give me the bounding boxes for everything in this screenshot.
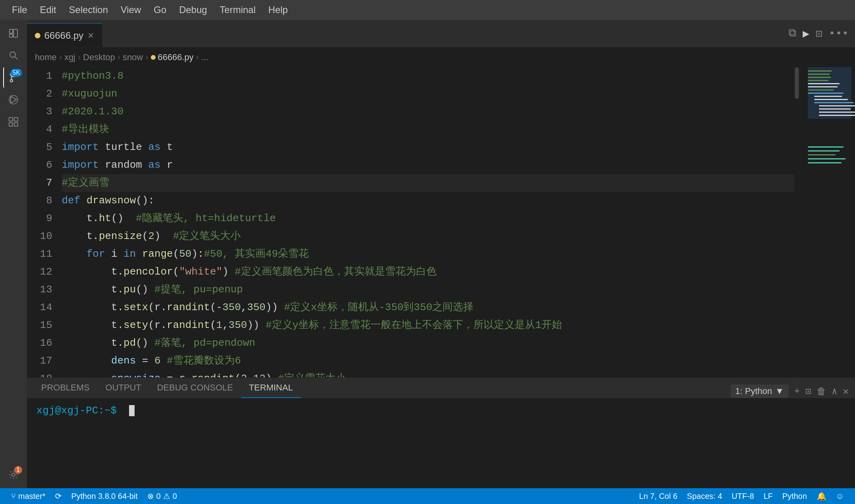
line-ending-label: LF xyxy=(764,492,773,501)
new-terminal-icon[interactable]: + xyxy=(794,386,800,397)
breadcrumb-xgj[interactable]: xgj xyxy=(64,52,75,63)
status-feedback[interactable]: ☺ xyxy=(831,488,849,504)
python-version: Python 3.8.0 64-bit xyxy=(71,492,138,501)
cursor-position: Ln 7, Col 6 xyxy=(639,492,678,501)
menu-view[interactable]: View xyxy=(115,2,147,18)
sidebar-item-explorer[interactable] xyxy=(3,23,24,44)
svg-rect-24 xyxy=(814,96,842,97)
status-position[interactable]: Ln 7, Col 6 xyxy=(635,488,682,504)
kill-terminal-icon[interactable]: 🗑 xyxy=(817,386,826,397)
warning-icon: ⚠ xyxy=(163,491,170,501)
feedback-icon: ☺ xyxy=(836,492,844,501)
breadcrumb-ellipsis[interactable]: ... xyxy=(201,52,208,63)
status-bell[interactable]: 🔔 xyxy=(812,488,831,504)
sidebar-item-settings[interactable]: 1 xyxy=(3,464,24,485)
scrollbar-thumb[interactable] xyxy=(795,67,799,99)
menu-file[interactable]: File xyxy=(6,2,33,18)
editor-area: 66666.py ✕ ⧉ ▶ ⊡ ••• home › xgj › Deskto… xyxy=(27,20,855,488)
editor-tab-active[interactable]: 66666.py ✕ xyxy=(27,23,103,47)
panel-tab-debug-console[interactable]: DEBUG CONSOLE xyxy=(149,378,241,398)
svg-rect-21 xyxy=(808,86,838,87)
code-line: t. pensize ( 2 ) #定义笔头大小 xyxy=(62,227,800,245)
maximize-panel-icon[interactable]: ∧ xyxy=(832,386,837,397)
menu-selection[interactable]: Selection xyxy=(63,2,114,18)
breadcrumb-desktop[interactable]: Desktop xyxy=(83,52,115,63)
terminal-select[interactable]: 1: Python ▼ xyxy=(731,385,789,398)
error-count: 0 xyxy=(156,492,161,501)
settings-badge: 1 xyxy=(14,466,22,474)
code-line: import random as r xyxy=(62,156,800,174)
menu-edit[interactable]: Edit xyxy=(34,2,62,18)
panel-tab-output[interactable]: OUTPUT xyxy=(97,378,149,398)
branch-icon: ⑂ xyxy=(11,492,16,501)
minimap xyxy=(800,67,855,377)
run-code-icon[interactable]: ▶ xyxy=(803,27,809,40)
breadcrumb-file[interactable]: 66666.py xyxy=(151,52,194,63)
sidebar-item-search[interactable] xyxy=(3,45,24,66)
status-sync[interactable]: ⟳ xyxy=(50,488,66,504)
code-line: t. sety (r. randint ( 1 , 350 )) #定义y坐标，… xyxy=(62,316,800,334)
breadcrumb-home[interactable]: home xyxy=(35,52,57,63)
svg-rect-10 xyxy=(9,117,13,121)
language-label: Python xyxy=(782,492,807,501)
status-line-ending[interactable]: LF xyxy=(759,488,777,504)
tab-toolbar: ⧉ ▶ ⊡ ••• xyxy=(788,27,849,40)
code-line: t. setx (r. randint (- 350 , 350 )) #定义x… xyxy=(62,299,800,316)
code-line: #导出模块 xyxy=(62,121,800,138)
status-python[interactable]: Python 3.8.0 64-bit xyxy=(66,488,142,504)
status-language[interactable]: Python xyxy=(777,488,811,504)
more-actions-icon[interactable]: ••• xyxy=(829,27,849,40)
split-terminal-icon[interactable]: ⊡ xyxy=(806,386,811,397)
editor-scrollbar[interactable] xyxy=(794,67,800,377)
svg-rect-27 xyxy=(819,105,855,106)
breadcrumb-snow[interactable]: snow xyxy=(123,52,143,63)
svg-rect-34 xyxy=(808,158,846,159)
toggle-panel-icon[interactable]: ⊡ xyxy=(816,27,823,40)
menu-go[interactable]: Go xyxy=(148,2,172,18)
spaces-label: Spaces: 4 xyxy=(687,492,722,501)
menu-debug[interactable]: Debug xyxy=(173,2,213,18)
status-branch[interactable]: ⑂ master* xyxy=(6,488,50,504)
status-spaces[interactable]: Spaces: 4 xyxy=(682,488,727,504)
svg-rect-30 xyxy=(819,115,855,116)
terminal-user: xgj@xgj-PC:~$ xyxy=(36,405,117,417)
code-content[interactable]: #python3.8 #xuguojun #2020.1.30 #导出模块 xyxy=(59,67,800,377)
code-line: #2020.1.30 xyxy=(62,103,800,121)
tab-label: 66666.py xyxy=(44,30,84,41)
sidebar-item-source-control[interactable]: 5K xyxy=(3,67,24,88)
close-panel-icon[interactable]: ✕ xyxy=(843,386,849,397)
svg-rect-2 xyxy=(10,34,13,37)
code-line: snowsize = r. randint ( 2 , 12 ) #定义雪花大小 xyxy=(62,370,800,377)
sync-icon: ⟳ xyxy=(55,491,62,501)
sidebar-item-extensions[interactable] xyxy=(3,112,24,132)
bottom-panel: PROBLEMS OUTPUT DEBUG CONSOLE TERMINAL 1… xyxy=(27,377,855,488)
code-line: dens = 6 #雪花瓣数设为6 xyxy=(62,352,800,370)
menu-terminal[interactable]: Terminal xyxy=(214,2,261,18)
code-line: t. ht () #隐藏笔头, ht=hideturtle xyxy=(62,210,800,227)
svg-rect-11 xyxy=(14,117,18,121)
panel-tab-terminal[interactable]: TERMINAL xyxy=(241,378,301,398)
code-line: def drawsnow (): xyxy=(62,192,800,210)
svg-rect-31 xyxy=(808,146,844,148)
status-errors[interactable]: ⊗ 0 ⚠ 0 xyxy=(142,488,182,504)
sidebar-item-run-debug[interactable] xyxy=(3,89,24,110)
tab-dot xyxy=(35,33,40,38)
code-editor[interactable]: 1 2 3 4 5 6 7 8 9 10 11 12 13 14 15 16 1 xyxy=(27,67,855,377)
svg-rect-12 xyxy=(9,123,13,126)
code-line: #xuguojun xyxy=(62,85,800,103)
status-bar: ⑂ master* ⟳ Python 3.8.0 64-bit ⊗ 0 ⚠ 0 … xyxy=(0,488,855,504)
panel-tab-problems[interactable]: PROBLEMS xyxy=(33,378,97,398)
code-line: for i in range ( 50 ): #50, 其实画49朵雪花 xyxy=(62,245,800,263)
svg-rect-19 xyxy=(808,80,828,81)
tab-close-button[interactable]: ✕ xyxy=(87,31,94,40)
line-numbers: 1 2 3 4 5 6 7 8 9 10 11 12 13 14 15 16 1 xyxy=(27,67,59,377)
split-editor-icon[interactable]: ⧉ xyxy=(788,27,796,40)
svg-rect-25 xyxy=(814,99,848,100)
terminal-cursor xyxy=(129,405,135,416)
code-line: #定义画雪 xyxy=(62,174,800,192)
menu-help[interactable]: Help xyxy=(263,2,293,18)
status-encoding[interactable]: UTF-8 xyxy=(727,488,759,504)
activity-bar: 5K 1 xyxy=(0,20,27,488)
terminal-dropdown-icon: ▼ xyxy=(775,386,784,396)
svg-rect-32 xyxy=(808,150,840,152)
